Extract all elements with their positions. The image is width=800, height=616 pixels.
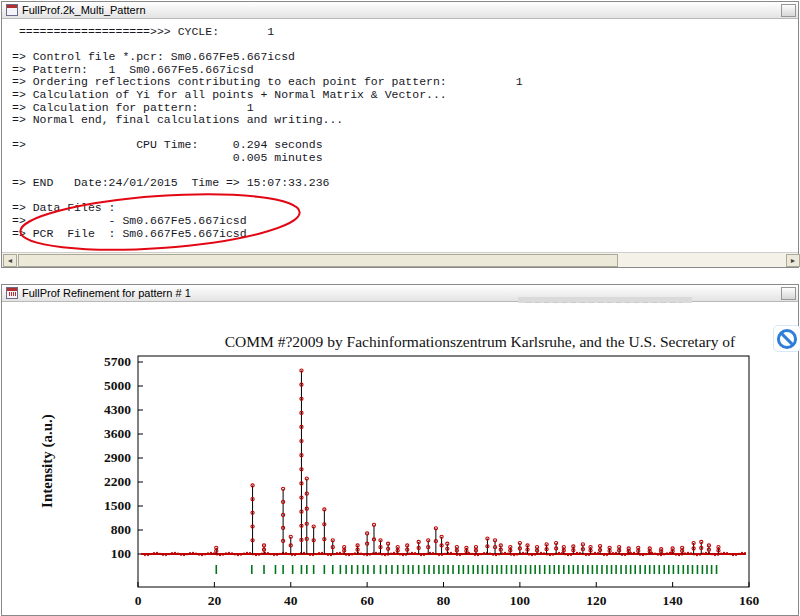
console-window-icon — [6, 4, 18, 16]
svg-text:2900: 2900 — [104, 450, 131, 465]
diffraction-peaks — [215, 369, 720, 554]
console-horizontal-scrollbar[interactable]: ◄ ► — [2, 252, 798, 267]
console-line: => PCR File : Sm0.667Fe5.667icsd — [12, 228, 798, 241]
no-entry-cursor-icon — [773, 325, 800, 352]
plot-window: FullProf Refinement for pattern # 1 COMM… — [1, 284, 799, 616]
console-line: => Calculation of Yi for all points + No… — [12, 89, 798, 102]
diffraction-chart: COMM #?2009 by Fachinformationszentrum K… — [2, 303, 798, 615]
svg-text:800: 800 — [111, 522, 132, 537]
console-line — [12, 190, 798, 203]
console-line: => - Sm0.667Fe5.667icsd — [12, 215, 798, 228]
console-window-title: FullProf.2k_Multi_Pattern — [22, 4, 146, 16]
svg-text:80: 80 — [437, 593, 451, 608]
plot-window-title: FullProf Refinement for pattern # 1 — [22, 287, 191, 299]
svg-text:0: 0 — [135, 593, 142, 608]
plot-window-icon — [6, 287, 18, 299]
console-line: => END Date:24/01/2015 Time => 15:07:33.… — [12, 177, 798, 190]
svg-text:100: 100 — [111, 546, 132, 561]
svg-text:60: 60 — [360, 593, 374, 608]
plot-window-control-button[interactable] — [781, 287, 796, 300]
scroll-thumb[interactable] — [18, 254, 618, 267]
console-window: FullProf.2k_Multi_Pattern ==============… — [1, 1, 799, 268]
bragg-position-ticks — [216, 565, 716, 574]
svg-text:160: 160 — [739, 593, 760, 608]
chart-labels: COMM #?2009 by Fachinformationszentrum K… — [39, 333, 736, 508]
svg-text:5000: 5000 — [104, 378, 131, 393]
svg-text:2200: 2200 — [104, 474, 131, 489]
svg-text:140: 140 — [663, 593, 684, 608]
svg-text:4300: 4300 — [104, 402, 131, 417]
scroll-left-arrow-icon[interactable]: ◄ — [3, 254, 17, 267]
console-line: 0.005 minutes — [12, 152, 798, 165]
console-line: => Normal end, final calculations and wr… — [12, 114, 798, 127]
svg-text:120: 120 — [586, 593, 607, 608]
svg-text:Intensity (a.u.): Intensity (a.u.) — [39, 414, 56, 508]
console-window-control-button[interactable] — [781, 4, 796, 17]
svg-text:40: 40 — [284, 593, 298, 608]
plot-body: COMM #?2009 by Fachinformationszentrum K… — [2, 303, 798, 615]
svg-text:3600: 3600 — [104, 426, 131, 441]
svg-text:COMM #?2009 by Fachinformation: COMM #?2009 by Fachinformationszentrum K… — [225, 333, 736, 350]
chart-axes: 1008001500220029003600430050005700020406… — [104, 354, 759, 608]
svg-text:100: 100 — [510, 593, 531, 608]
scroll-right-arrow-icon[interactable]: ► — [786, 254, 800, 267]
svg-text:5700: 5700 — [104, 354, 131, 369]
console-line: => Control file *.pcr: Sm0.667Fe5.667ics… — [12, 51, 798, 64]
console-window-titlebar[interactable]: FullProf.2k_Multi_Pattern — [2, 2, 798, 19]
console-line: ===================>>> CYCLE: 1 — [12, 26, 798, 39]
svg-text:20: 20 — [208, 593, 222, 608]
observed-baseline — [141, 552, 746, 557]
console-output: ===================>>> CYCLE: 1 => Contr… — [2, 20, 798, 252]
svg-text:1500: 1500 — [104, 498, 131, 513]
